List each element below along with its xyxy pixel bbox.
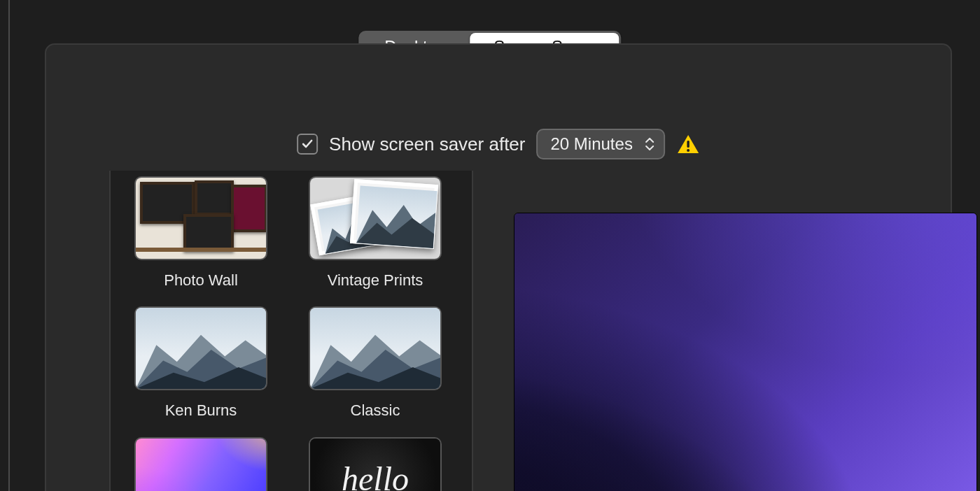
saver-thumb-classic (309, 306, 442, 390)
saver-thumb-vintage-prints (309, 176, 442, 260)
saver-thumb-ken-burns (134, 306, 267, 390)
window-left-divider (8, 0, 10, 491)
hello-word: hello (310, 439, 440, 491)
saver-item-photo-wall[interactable]: Photo Wall (134, 176, 267, 292)
saver-label: Ken Burns (155, 399, 247, 422)
saver-label: Vintage Prints (318, 269, 433, 292)
show-after-checkbox[interactable] (297, 134, 318, 155)
warning-icon (676, 134, 700, 155)
show-after-row: Show screen saver after 20 Minutes (297, 129, 700, 159)
delay-popup-value: 20 Minutes (550, 134, 632, 154)
saver-preview (514, 213, 977, 491)
show-after-label: Show screen saver after (329, 134, 525, 155)
saver-item-hello[interactable]: hello Hello (309, 437, 442, 491)
saver-item-vintage-prints[interactable]: Vintage Prints (309, 176, 442, 292)
saver-list: Photo Wall (109, 171, 473, 491)
saver-label: Photo Wall (154, 269, 248, 292)
svg-rect-0 (687, 141, 689, 148)
delay-popup[interactable]: 20 Minutes (536, 129, 664, 159)
svg-point-1 (687, 149, 690, 152)
checkmark-icon (301, 138, 314, 150)
saver-item-ken-burns[interactable]: Ken Burns (134, 306, 267, 422)
saver-label: Classic (341, 399, 410, 422)
stepper-icon (643, 136, 657, 152)
saver-item-classic[interactable]: Classic (309, 306, 442, 422)
saver-item-monterey[interactable]: Monterey (134, 437, 267, 491)
saver-thumb-hello: hello (309, 437, 442, 491)
saver-thumb-photo-wall (134, 176, 267, 260)
preferences-panel: Show screen saver after 20 Minutes (45, 43, 952, 491)
saver-thumb-monterey (134, 437, 267, 491)
